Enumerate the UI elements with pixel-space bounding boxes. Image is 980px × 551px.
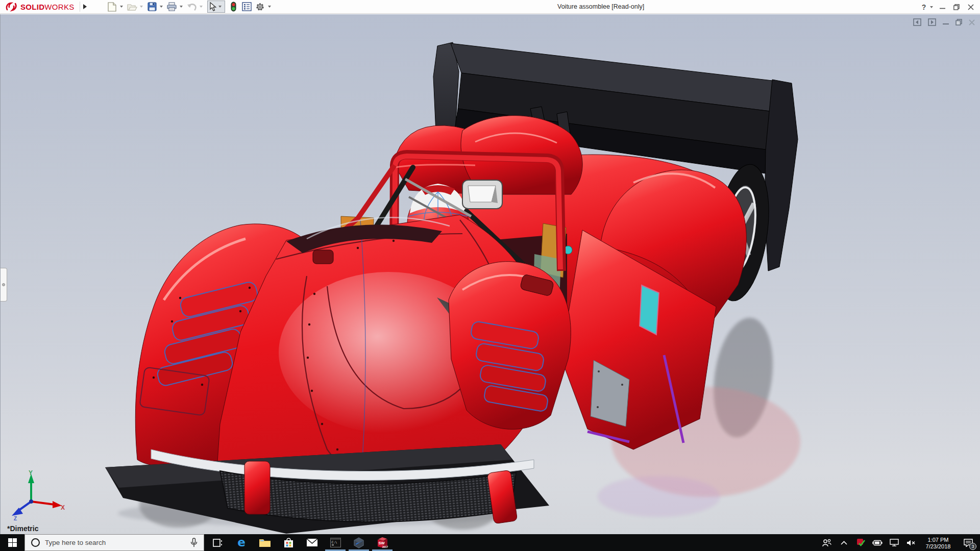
close-child-button[interactable]: [969, 19, 975, 26]
system-tray: 1:07 PM 7/23/2018 3: [820, 534, 980, 551]
restore-child-button[interactable]: [955, 19, 962, 26]
close-icon: [968, 4, 974, 10]
minimize-icon: [940, 4, 945, 10]
taskbar-search[interactable]: [24, 534, 204, 551]
print-button[interactable]: [166, 1, 178, 13]
clock-date: 7/23/2018: [921, 543, 955, 550]
save-icon: [148, 2, 157, 11]
help-button[interactable]: ?: [918, 0, 929, 14]
dropdown-caret-icon[interactable]: [200, 6, 203, 8]
select-tool-button[interactable]: [207, 1, 225, 13]
rebuild-button[interactable]: [228, 1, 240, 13]
3d-viewer-app-button[interactable]: [347, 534, 371, 551]
window-title: Voiture assomblee [Read-only]: [557, 0, 644, 14]
undo-icon: [187, 3, 197, 11]
dropdown-caret-icon[interactable]: [140, 6, 143, 8]
solidworks-brand: SOLIDWORKS: [0, 0, 75, 13]
cmd-label: C:\: [331, 540, 337, 544]
file-explorer-button[interactable]: [253, 534, 277, 551]
dropdown-caret-icon[interactable]: [180, 6, 183, 8]
traffic-light-icon: [231, 2, 236, 12]
command-prompt-button[interactable]: C:\: [324, 534, 347, 551]
chevron-up-icon[interactable]: [837, 534, 850, 551]
quick-access-toolbar: [106, 0, 273, 13]
open-icon: [127, 3, 137, 11]
command-prompt-icon: C:\: [330, 538, 341, 547]
notification-badge: 3: [969, 543, 976, 550]
clock-time: 1:07 PM: [921, 537, 955, 543]
store-button[interactable]: [277, 534, 300, 551]
triad-x-label: X: [61, 504, 65, 511]
solidworks-2017-button[interactable]: SW 2017: [371, 534, 394, 551]
minimize-icon: [943, 19, 949, 26]
previous-window-icon: [913, 18, 921, 26]
graphics-area[interactable]: Y X Z *Dimetric: [0, 14, 980, 534]
start-button[interactable]: [0, 534, 24, 551]
save-button[interactable]: [146, 1, 158, 13]
edge-icon: e: [237, 537, 246, 548]
dropdown-caret-icon[interactable]: [120, 6, 123, 8]
task-view-button[interactable]: [206, 534, 230, 551]
taskbar-clock[interactable]: 1:07 PM 7/23/2018: [921, 535, 955, 550]
hexagon-3d-icon: [353, 537, 364, 548]
mail-icon: [306, 538, 318, 547]
gear-icon: [255, 2, 265, 12]
sw-year: 2017: [382, 545, 388, 548]
next-window-icon: [928, 18, 936, 26]
dropdown-caret-icon[interactable]: [218, 6, 222, 8]
dropdown-caret-icon[interactable]: [160, 6, 163, 8]
display-settings-button[interactable]: [241, 1, 253, 13]
triad-y-label: Y: [29, 470, 33, 477]
side-mirror-left: [313, 250, 333, 264]
mail-button[interactable]: [300, 534, 324, 551]
file-explorer-icon: [259, 538, 271, 547]
side-window-teal: [640, 285, 659, 335]
people-icon[interactable]: [820, 534, 834, 551]
search-input[interactable]: [45, 539, 185, 546]
microphone-icon[interactable]: [190, 538, 198, 547]
document-window-controls: [913, 18, 975, 26]
previous-window-button[interactable]: [913, 18, 921, 26]
action-center-button[interactable]: 3: [959, 534, 978, 551]
edge-button[interactable]: e: [230, 534, 253, 551]
battery-icon[interactable]: [871, 534, 884, 551]
triad-z-label: Z: [14, 516, 17, 521]
titlebar: SOLIDWORKS: [0, 0, 980, 14]
select-cursor-icon: [209, 2, 216, 11]
windows-logo-icon: [8, 538, 17, 547]
solidworks-2017-icon: SW 2017: [376, 537, 389, 549]
minimize-child-button[interactable]: [943, 19, 949, 26]
solidworks-tray-icon[interactable]: [854, 534, 867, 551]
volume-muted-icon[interactable]: [904, 534, 918, 551]
windows-taskbar: e C:: [0, 534, 980, 551]
toolbar-flyout-arrow-icon[interactable]: [83, 4, 87, 9]
print-icon: [167, 2, 177, 11]
divider: [80, 2, 80, 12]
brand-text: SOLIDWORKS: [20, 3, 75, 11]
minimize-button[interactable]: [935, 0, 949, 14]
options-button[interactable]: [254, 1, 266, 13]
dassault-systemes-logo: [5, 2, 18, 12]
list-pane-icon: [242, 2, 252, 11]
cortana-icon: [31, 538, 40, 547]
open-button[interactable]: [126, 1, 138, 13]
next-window-button[interactable]: [928, 18, 936, 26]
window-controls: ?: [918, 0, 978, 14]
new-document-button[interactable]: [106, 1, 118, 13]
dropdown-caret-icon[interactable]: [268, 6, 271, 8]
restore-button[interactable]: [949, 0, 964, 14]
close-button[interactable]: [964, 0, 978, 14]
store-icon: [283, 537, 294, 548]
nose-pillar: [244, 461, 270, 514]
network-icon[interactable]: [888, 534, 901, 551]
task-view-icon: [213, 538, 223, 547]
panel-splitter-handle[interactable]: [1, 268, 7, 302]
dropdown-caret-icon[interactable]: [930, 6, 933, 8]
model-canvas-race-car[interactable]: [1, 14, 980, 534]
close-icon: [969, 19, 975, 26]
reference-triad: Y X Z: [5, 470, 66, 521]
undo-button[interactable]: [186, 1, 198, 13]
new-document-icon: [108, 2, 116, 12]
view-orientation-label: *Dimetric: [7, 524, 38, 533]
restore-icon: [955, 19, 962, 26]
